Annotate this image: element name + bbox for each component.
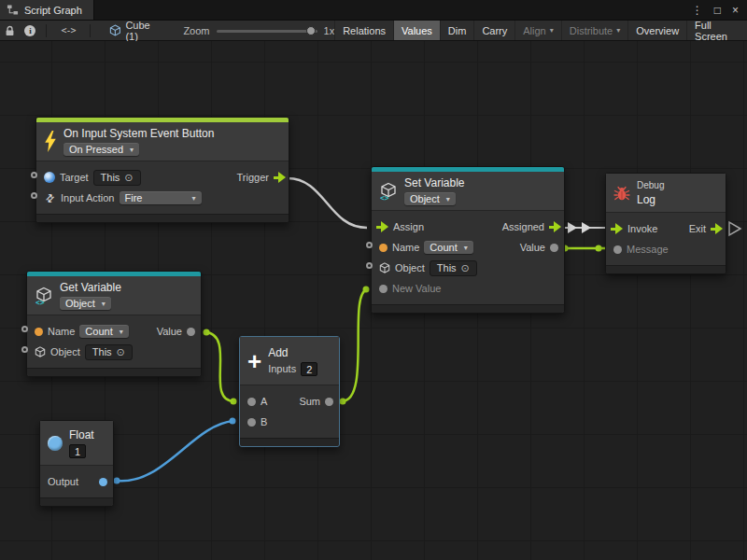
gameobject-cube-icon [35, 346, 46, 357]
port-row-new-value: New Value [372, 278, 564, 299]
caret-down-icon: ▾ [102, 300, 106, 308]
zoom-label: Zoom [183, 25, 209, 36]
node-on-input-system-event[interactable]: On Input System Event Button On Pressed … [35, 117, 289, 223]
name-input-port[interactable] [366, 242, 373, 248]
b-input-port[interactable] [247, 418, 256, 427]
value-output-port[interactable] [187, 328, 195, 336]
exit-flow-port[interactable] [711, 223, 723, 234]
overview-button[interactable]: Overview [627, 21, 686, 40]
float-type-icon [48, 436, 63, 451]
invoke-flow-port[interactable] [611, 223, 623, 234]
node-add[interactable]: + Add Inputs 2 A Sum [239, 336, 340, 447]
node-title: Add [268, 346, 288, 359]
align-button[interactable]: Align ▾ [514, 21, 560, 40]
graph-toolbar: i <-> Cube (1) Zoom 1x Relations Values [0, 21, 747, 41]
node-debug-log[interactable]: Debug Log Invoke Exit Message [605, 173, 726, 274]
trigger-flow-port[interactable] [274, 172, 286, 183]
event-mode-dropdown[interactable]: On Pressed ▾ [63, 143, 139, 156]
a-label: A [261, 396, 267, 407]
port-row-name: Name Count ▾ Value [27, 321, 201, 342]
node-get-variable[interactable]: <> Get Variable Object ▾ Name Count [26, 271, 202, 377]
info-icon[interactable]: i [21, 21, 41, 41]
bug-icon [613, 185, 630, 202]
caret-down-icon: ▾ [616, 26, 620, 35]
object-this-pill[interactable]: This ⊙ [430, 260, 477, 276]
exit-label: Exit [689, 223, 706, 234]
invoke-label: Invoke [627, 223, 657, 234]
gameobject-cube-icon [379, 262, 390, 273]
node-subtitle: Debug [637, 180, 664, 190]
port-row-a: A Sum [240, 391, 339, 412]
plus-icon: + [247, 351, 261, 371]
zoom-slider[interactable] [217, 25, 317, 36]
input-action-port[interactable] [31, 192, 37, 199]
relations-button[interactable]: Relations [334, 21, 393, 40]
port-row-assign: Assign Assigned [372, 217, 564, 237]
trigger-label: Trigger [237, 172, 269, 183]
node-footer [606, 265, 726, 273]
toolbar-separator [90, 24, 91, 37]
object-input-port[interactable] [366, 262, 373, 269]
unity-graph-window: Script Graph ⋮ □ × i <-> Cube (1) [0, 0, 747, 560]
string-type-dot[interactable] [35, 328, 43, 336]
graph-owner[interactable]: Cube (1) [109, 20, 165, 42]
kebab-menu-icon[interactable]: ⋮ [692, 4, 703, 17]
values-button[interactable]: Values [393, 21, 440, 40]
input-action-dropdown[interactable]: Fire ▾ [120, 191, 202, 204]
zoom-slider-handle[interactable] [306, 26, 316, 35]
zoom-slider-track[interactable] [217, 30, 317, 33]
node-float-literal[interactable]: Float 1 Output [39, 420, 114, 507]
name-dropdown[interactable]: Count ▾ [79, 325, 128, 338]
dim-button[interactable]: Dim [440, 21, 474, 40]
input-action-label: Input Action [61, 192, 115, 203]
maximize-icon[interactable]: □ [714, 4, 721, 17]
connections-icon[interactable]: <-> [52, 21, 83, 41]
message-input-port[interactable] [613, 245, 622, 254]
variable-kind-dropdown[interactable]: Object ▾ [60, 297, 111, 310]
window-controls: ⋮ □ × [692, 0, 747, 20]
fullscreen-button[interactable]: Full Screen [686, 21, 747, 40]
graph-canvas[interactable]: On Input System Event Button On Pressed … [0, 41, 747, 560]
sum-output-port[interactable] [325, 398, 333, 406]
new-value-input-port[interactable] [379, 285, 388, 293]
inputs-label: Inputs [268, 363, 296, 374]
input-action-icon: ⇄ [41, 189, 58, 206]
object-this-pill[interactable]: This ⊙ [85, 344, 133, 360]
float-value-field[interactable]: 1 [69, 444, 86, 458]
close-icon[interactable]: × [732, 4, 739, 17]
a-input-port[interactable] [247, 398, 256, 406]
lightning-icon [44, 131, 57, 152]
carry-button[interactable]: Carry [473, 21, 514, 40]
name-label: Name [392, 242, 419, 253]
caret-down-icon: ▾ [550, 26, 554, 35]
value-output-port[interactable] [550, 244, 558, 252]
assign-flow-port[interactable] [376, 221, 388, 232]
inputs-count-field[interactable]: 2 [301, 362, 317, 376]
name-dropdown[interactable]: Count ▾ [424, 241, 472, 254]
assigned-flow-port[interactable] [549, 221, 561, 232]
node-footer [240, 438, 339, 446]
b-label: B [261, 416, 267, 427]
string-type-dot[interactable] [379, 244, 388, 252]
name-input-port[interactable] [21, 326, 28, 332]
target-input-port[interactable] [31, 172, 37, 178]
object-input-port[interactable] [21, 346, 28, 353]
new-value-label: New Value [392, 283, 441, 294]
variable-kind-dropdown[interactable]: Object ▾ [404, 192, 456, 205]
target-this-pill[interactable]: This ⊙ [93, 170, 141, 186]
output-port[interactable] [99, 478, 107, 486]
target-label: Target [60, 172, 89, 183]
port-row-object: Object This ⊙ [372, 258, 564, 278]
object-label: Object [395, 262, 425, 273]
distribute-button[interactable]: Distribute ▾ [561, 21, 627, 40]
lock-icon[interactable] [0, 21, 21, 41]
object-label: Object [50, 346, 80, 357]
node-set-variable[interactable]: <> Set Variable Object ▾ Assign Assigned [371, 166, 565, 314]
caret-down-icon: ▾ [446, 195, 450, 203]
output-label: Output [48, 476, 78, 487]
node-title: Get Variable [60, 281, 121, 294]
tab-script-graph[interactable]: Script Graph [0, 0, 94, 20]
caret-down-icon: ▾ [120, 328, 123, 336]
node-title: Set Variable [404, 176, 464, 189]
zoom-control: Zoom 1x [183, 25, 334, 36]
